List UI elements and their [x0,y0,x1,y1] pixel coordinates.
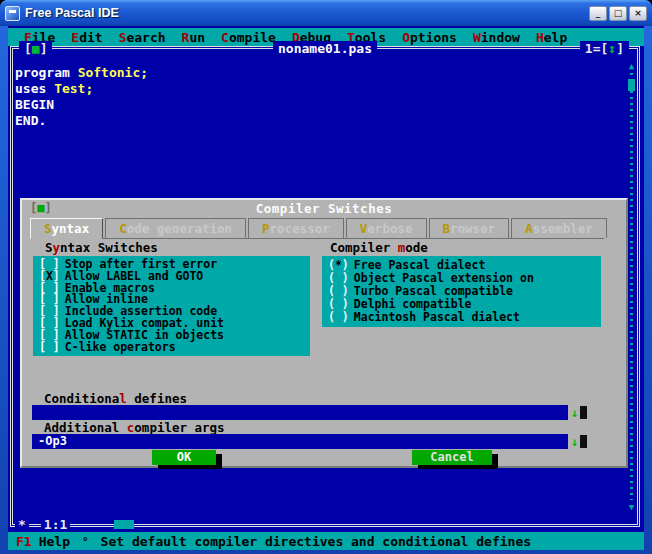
ide-screen: File Edit Search Run Compile Debug Tools… [8,26,644,550]
minimize-icon: _ [596,8,601,18]
window-title: Free Pascal IDE [25,6,589,20]
compiler-mode-label: Compiler mode [330,240,428,255]
menu-item-run[interactable]: Run [174,30,213,45]
editor-zoom-icon[interactable]: 1=[↕] [580,41,629,56]
radio-macintosh-pascal-dialect[interactable]: ( )Macintosh Pascal dialect [322,311,601,324]
app-icon [5,6,20,21]
dialog-close-icon[interactable]: [■] [30,201,52,215]
syntax-switches-group: [ ]Stop after first error [X]Allow LABEL… [33,256,310,356]
scroll-up-icon[interactable]: ▲ [629,61,634,71]
editor-title: noname01.pas [273,41,377,56]
code-line: BEGIN [15,97,148,113]
maximize-button[interactable]: □ [609,6,627,21]
code-line: END. [15,113,148,129]
f1-shortcut-key[interactable]: F1 [16,534,32,549]
modified-indicator: * [15,517,29,532]
scroll-down-icon[interactable]: ▼ [629,502,634,512]
tab-browser[interactable]: Browser [429,218,510,238]
editor-close-icon[interactable]: [■] [19,41,52,56]
app-window: Free Pascal IDE _ □ × File Edit Search R… [0,0,652,554]
checkbox-c-like-operators[interactable]: [ ]C-like operators [33,342,310,354]
h-scrollbar-thumb[interactable] [114,520,134,529]
menu-item-help[interactable]: Help [528,30,575,45]
compiler-switches-dialog: [■] Compiler Switches Syntax Code genera… [20,198,628,468]
conditional-defines-input[interactable] [32,405,568,420]
tab-assembler[interactable]: Assembler [511,218,607,238]
history-block [580,406,587,419]
menu-item-edit[interactable]: Edit [63,30,110,45]
scrollbar-track[interactable] [630,73,633,500]
menu-item-window[interactable]: Window [465,30,528,45]
ok-button[interactable]: OK [152,450,216,465]
tab-syntax[interactable]: Syntax [30,218,103,239]
window-controls: _ □ × [589,6,647,21]
menu-item-options[interactable]: Options [394,30,465,45]
history-arrow-icon: ↓ [571,435,578,449]
dialog-titlebar: [■] Compiler Switches [22,200,626,217]
f1-shortcut-label[interactable]: Help [39,534,70,549]
close-button[interactable]: × [629,6,647,21]
compiler-args-label: Additional compiler args [44,420,225,435]
scrollbar-thumb[interactable] [628,79,635,91]
conditional-defines-history-icon[interactable]: ↓ [571,405,605,420]
compiler-mode-group: (*)Free Pascal dialect ( )Object Pascal … [322,256,601,327]
editor-status-line: * 1:1 [15,517,134,532]
window-titlebar[interactable]: Free Pascal IDE _ □ × [0,0,652,26]
compiler-args-history-icon[interactable]: ↓ [571,434,605,449]
compiler-args-input[interactable]: -Op3 [32,434,568,449]
history-arrow-icon: ↓ [571,406,578,420]
statusbar-separator: ° [82,535,89,548]
menu-item-search[interactable]: Search [111,30,174,45]
minimize-button[interactable]: _ [589,6,607,21]
tab-code-generation[interactable]: Code generation [105,218,246,238]
tab-processor[interactable]: Processor [248,218,344,238]
maximize-icon: □ [614,8,623,18]
cancel-button[interactable]: Cancel [412,450,492,465]
close-icon: × [634,8,642,18]
statusbar-message: Set default compiler directives and cond… [101,534,531,549]
conditional-defines-label: Conditional defines [44,391,187,406]
code-line: uses Test; [15,81,148,97]
tab-verbose[interactable]: Verbose [346,218,427,238]
dialog-title: Compiler Switches [256,201,392,216]
status-bar: F1 Help ° Set default compiler directive… [8,532,644,550]
history-block [580,435,587,448]
cursor-position: 1:1 [41,517,70,532]
syntax-switches-label: Syntax Switches [45,240,158,255]
code-area[interactable]: program Softonic; uses Test; BEGIN END. [15,65,148,129]
code-line: program Softonic; [15,65,148,81]
dialog-tabs: Syntax Code generation Processor Verbose… [30,218,604,239]
